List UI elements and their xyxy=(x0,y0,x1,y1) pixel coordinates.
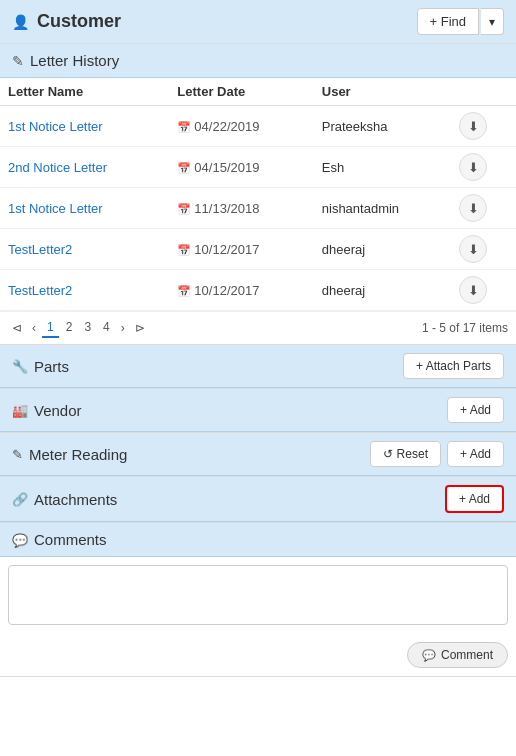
letter-date-cell: 04/22/2019 xyxy=(169,106,313,147)
letter-history-header: Letter History xyxy=(0,44,516,78)
download-icon: ⬇ xyxy=(468,242,479,257)
download-button[interactable]: ⬇ xyxy=(459,112,487,140)
meter-reading-title-area: Meter Reading xyxy=(12,446,127,463)
attach-icon xyxy=(12,491,28,507)
comments-body xyxy=(0,557,516,636)
letter-history-section: Letter History Letter Name Letter Date U… xyxy=(0,44,516,345)
page-btn-2[interactable]: 2 xyxy=(61,318,78,338)
comment-footer: Comment xyxy=(0,636,516,676)
attachments-add-button[interactable]: + Add xyxy=(445,485,504,513)
table-row: 2nd Notice Letter 04/15/2019 Esh ⬇ xyxy=(0,147,516,188)
download-button[interactable]: ⬇ xyxy=(459,235,487,263)
parts-header: Parts + Attach Parts xyxy=(0,345,516,388)
vendor-icon xyxy=(12,402,28,418)
pagination: ⊲ ‹ 1 2 3 4 › ⊳ 1 - 5 of 17 items xyxy=(0,311,516,344)
page-btn-4[interactable]: 4 xyxy=(98,318,115,338)
page-title: Customer xyxy=(37,11,121,32)
vendor-title: Vendor xyxy=(34,402,82,419)
calendar-icon xyxy=(177,160,194,175)
vendor-header: Vendor + Add xyxy=(0,389,516,432)
meter-reset-button[interactable]: ↺ Reset xyxy=(370,441,441,467)
download-icon: ⬇ xyxy=(468,160,479,175)
find-button[interactable]: + Find xyxy=(417,8,480,35)
comments-icon xyxy=(12,532,28,548)
letter-history-title: Letter History xyxy=(30,52,119,69)
page-last-btn[interactable]: ⊳ xyxy=(131,319,149,337)
calendar-icon xyxy=(177,242,194,257)
letter-date-cell: 10/12/2017 xyxy=(169,229,313,270)
comments-title-area: Comments xyxy=(12,531,107,548)
download-cell: ⬇ xyxy=(451,270,516,311)
user-cell: nishantadmin xyxy=(314,188,451,229)
letter-date-cell: 11/13/2018 xyxy=(169,188,313,229)
page-header: Customer + Find ▾ xyxy=(0,0,516,44)
meter-icon xyxy=(12,446,23,462)
letter-history-title-area: Letter History xyxy=(12,52,119,69)
download-button[interactable]: ⬇ xyxy=(459,194,487,222)
parts-title-area: Parts xyxy=(12,358,69,375)
parts-icon xyxy=(12,358,28,374)
meter-reading-title: Meter Reading xyxy=(29,446,127,463)
meter-add-button[interactable]: + Add xyxy=(447,441,504,467)
table-row: TestLetter2 10/12/2017 dheeraj ⬇ xyxy=(0,229,516,270)
header-actions: + Find ▾ xyxy=(417,8,505,35)
letter-name-cell: 1st Notice Letter xyxy=(0,106,169,147)
meter-reading-actions: ↺ Reset + Add xyxy=(370,441,504,467)
comment-textarea[interactable] xyxy=(8,565,508,625)
calendar-icon xyxy=(177,283,194,298)
download-cell: ⬇ xyxy=(451,106,516,147)
comment-button[interactable]: Comment xyxy=(407,642,508,668)
parts-title: Parts xyxy=(34,358,69,375)
user-cell: dheeraj xyxy=(314,270,451,311)
vendor-section: Vendor + Add xyxy=(0,389,516,433)
download-cell: ⬇ xyxy=(451,188,516,229)
letter-date-cell: 04/15/2019 xyxy=(169,147,313,188)
parts-section: Parts + Attach Parts xyxy=(0,345,516,389)
table-row: 1st Notice Letter 04/22/2019 Prateeksha … xyxy=(0,106,516,147)
page-prev-btn[interactable]: ‹ xyxy=(28,319,40,337)
attach-parts-button[interactable]: + Attach Parts xyxy=(403,353,504,379)
letter-history-icon xyxy=(12,53,24,69)
download-icon: ⬇ xyxy=(468,201,479,216)
meter-reading-header: Meter Reading ↺ Reset + Add xyxy=(0,433,516,476)
vendor-title-area: Vendor xyxy=(12,402,82,419)
calendar-icon xyxy=(177,201,194,216)
comment-btn-label: Comment xyxy=(441,648,493,662)
comments-section: Comments Comment xyxy=(0,523,516,677)
col-user: User xyxy=(314,78,451,106)
page-btn-1[interactable]: 1 xyxy=(42,318,59,338)
comments-header: Comments xyxy=(0,523,516,557)
attachments-header: Attachments + Add xyxy=(0,477,516,522)
calendar-icon xyxy=(177,119,194,134)
table-header-row: Letter Name Letter Date User xyxy=(0,78,516,106)
letter-name-cell: 1st Notice Letter xyxy=(0,188,169,229)
pagination-info: 1 - 5 of 17 items xyxy=(422,321,508,335)
page-first-btn[interactable]: ⊲ xyxy=(8,319,26,337)
attachments-title: Attachments xyxy=(34,491,117,508)
download-icon: ⬇ xyxy=(468,283,479,298)
download-button[interactable]: ⬇ xyxy=(459,153,487,181)
attachments-section: Attachments + Add xyxy=(0,477,516,523)
table-row: 1st Notice Letter 11/13/2018 nishantadmi… xyxy=(0,188,516,229)
letter-history-table: Letter Name Letter Date User 1st Notice … xyxy=(0,78,516,311)
col-actions xyxy=(451,78,516,106)
pagination-controls: ⊲ ‹ 1 2 3 4 › ⊳ xyxy=(8,318,149,338)
meter-reading-section: Meter Reading ↺ Reset + Add xyxy=(0,433,516,477)
attachments-title-area: Attachments xyxy=(12,491,117,508)
download-cell: ⬇ xyxy=(451,147,516,188)
page-next-btn[interactable]: › xyxy=(117,319,129,337)
download-cell: ⬇ xyxy=(451,229,516,270)
comment-btn-icon xyxy=(422,648,436,662)
letter-name-cell: TestLetter2 xyxy=(0,270,169,311)
user-cell: dheeraj xyxy=(314,229,451,270)
user-cell: Esh xyxy=(314,147,451,188)
find-dropdown-button[interactable]: ▾ xyxy=(481,8,504,35)
table-row: TestLetter2 10/12/2017 dheeraj ⬇ xyxy=(0,270,516,311)
vendor-add-button[interactable]: + Add xyxy=(447,397,504,423)
person-icon xyxy=(12,11,29,32)
letter-name-cell: 2nd Notice Letter xyxy=(0,147,169,188)
download-button[interactable]: ⬇ xyxy=(459,276,487,304)
user-cell: Prateeksha xyxy=(314,106,451,147)
page-btn-3[interactable]: 3 xyxy=(79,318,96,338)
col-letter-date: Letter Date xyxy=(169,78,313,106)
